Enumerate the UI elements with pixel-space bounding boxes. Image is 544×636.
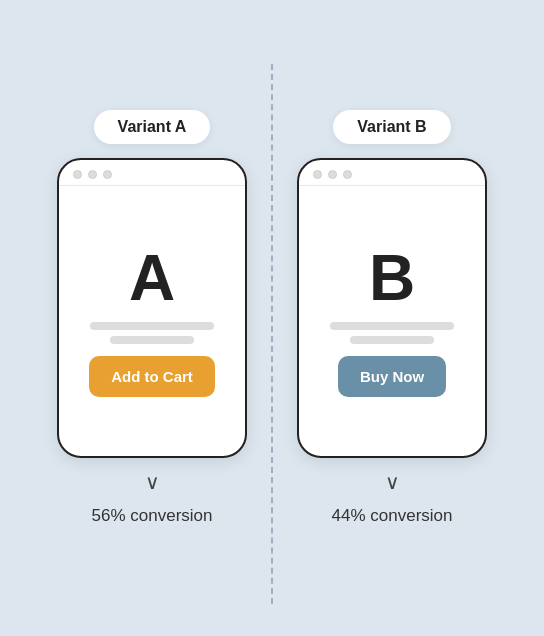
ab-test-comparison: Variant A A Add to Cart ∨ 56% conversion…: [0, 0, 544, 636]
add-to-cart-button[interactable]: Add to Cart: [89, 356, 215, 397]
content-line-a-1: [90, 322, 213, 330]
divider: [271, 64, 273, 605]
variant-b-label: Variant B: [333, 110, 450, 144]
dot-5: [328, 170, 337, 179]
chevron-a: ∨: [145, 472, 160, 492]
variant-a-letter: A: [129, 246, 175, 310]
phone-content-b: B Buy Now: [299, 186, 485, 456]
variant-b-column: Variant B B Buy Now ∨ 44% conversion: [272, 110, 512, 526]
dot-3: [103, 170, 112, 179]
variant-a-conversion: 56% conversion: [92, 506, 213, 526]
variant-b-letter: B: [369, 246, 415, 310]
content-lines-a: [75, 322, 229, 344]
dot-2: [88, 170, 97, 179]
content-lines-b: [315, 322, 469, 344]
variant-b-phone: B Buy Now: [297, 158, 487, 458]
variant-b-conversion: 44% conversion: [332, 506, 453, 526]
content-line-b-2: [350, 336, 435, 344]
dot-6: [343, 170, 352, 179]
buy-now-button[interactable]: Buy Now: [338, 356, 446, 397]
dot-4: [313, 170, 322, 179]
content-line-a-2: [110, 336, 195, 344]
dot-1: [73, 170, 82, 179]
chevron-b: ∨: [385, 472, 400, 492]
phone-top-bar-a: [59, 160, 245, 186]
content-line-b-1: [330, 322, 453, 330]
variant-a-label: Variant A: [94, 110, 211, 144]
variant-a-phone: A Add to Cart: [57, 158, 247, 458]
variant-a-column: Variant A A Add to Cart ∨ 56% conversion: [32, 110, 272, 526]
phone-top-bar-b: [299, 160, 485, 186]
phone-content-a: A Add to Cart: [59, 186, 245, 456]
